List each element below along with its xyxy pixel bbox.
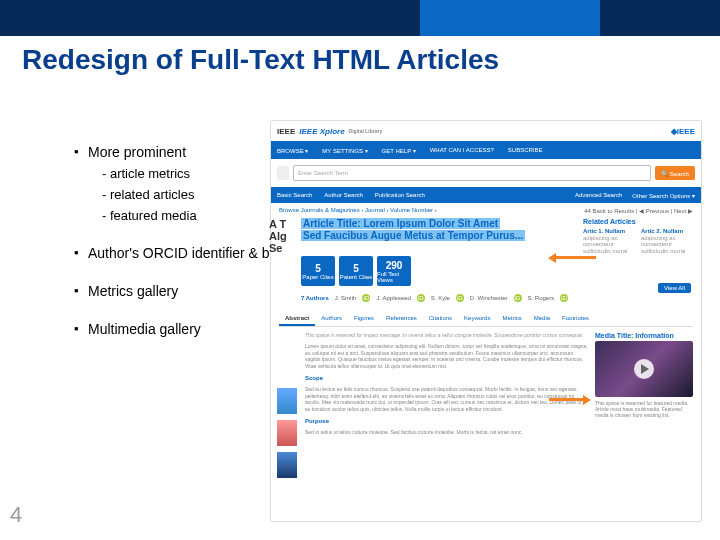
nav-access[interactable]: WHAT CAN I ACCESS? bbox=[430, 147, 494, 153]
ss-main-nav: BROWSE ▾ MY SETTINGS ▾ GET HELP ▾ WHAT C… bbox=[271, 141, 701, 159]
media-caption: This space is reserved for featured medi… bbox=[595, 400, 693, 418]
body-para: Lorem ipsum dolor sit amet, consectetur … bbox=[305, 343, 589, 370]
view-all-button[interactable]: View All bbox=[658, 283, 691, 293]
search-input[interactable]: Enter Search Term bbox=[293, 165, 651, 181]
bullet-metrics-gallery: Metrics gallery bbox=[74, 283, 294, 299]
result-nav[interactable]: 44 Back to Results | ◀ Previous | Next ▶ bbox=[584, 207, 693, 214]
callout-arrow-title bbox=[556, 256, 596, 259]
ss-header: IEEE IEEE Xplore Digital Library ◆IEEE bbox=[271, 121, 701, 141]
truncated-title: A T Alg Se bbox=[269, 218, 287, 254]
authors-row: 7 Authors J. SmithiD J. AppleseediD S. K… bbox=[301, 294, 693, 302]
nav-subscribe[interactable]: SUBSCRIBE bbox=[508, 147, 543, 153]
bullet-list: More prominent - article metrics - relat… bbox=[34, 144, 294, 343]
ss-search-row: Enter Search Term 🔍 Search bbox=[271, 159, 701, 187]
bullet-more-prominent: More prominent bbox=[74, 144, 294, 160]
tab-keywords[interactable]: Keywords bbox=[458, 312, 496, 326]
orcid-icon[interactable]: iD bbox=[362, 294, 370, 302]
figure-thumb[interactable] bbox=[277, 388, 297, 414]
metric-paper-cites[interactable]: 5Paper Cites bbox=[301, 256, 335, 286]
embedded-screenshot: IEEE IEEE Xplore Digital Library ◆IEEE B… bbox=[270, 120, 702, 522]
orcid-icon[interactable]: iD bbox=[514, 294, 522, 302]
article-body: This space is reserved for impact messag… bbox=[279, 332, 693, 440]
callout-arrow-media bbox=[549, 398, 583, 401]
bullet-article-metrics: - article metrics bbox=[88, 166, 294, 181]
search-scope-dropdown[interactable] bbox=[277, 166, 289, 180]
nav-mysettings[interactable]: MY SETTINGS ▾ bbox=[322, 147, 367, 154]
metric-fulltext-views[interactable]: 290Full Text Views bbox=[377, 256, 411, 286]
play-icon bbox=[634, 359, 654, 379]
figure-thumbnail-strip bbox=[277, 388, 297, 478]
ss-sub-nav: Basic Search Author Search Publication S… bbox=[271, 187, 701, 203]
tab-citations[interactable]: Citations bbox=[423, 312, 458, 326]
bullet-orcid: Author's ORCID identifier & bio bbox=[74, 245, 294, 261]
metric-patent-cites[interactable]: 5Patent Cites bbox=[339, 256, 373, 286]
related-item[interactable]: Artic 1. Nullamadipiscing ac consectetur… bbox=[583, 228, 635, 254]
ss-body: A T Alg Se Article Title: Lorem Ipsum Do… bbox=[271, 218, 701, 440]
bullet-multimedia-gallery: Multimedia gallery bbox=[74, 321, 294, 337]
tab-abstract[interactable]: Abstract bbox=[279, 312, 315, 326]
ieee-brand: ◆IEEE bbox=[671, 127, 695, 136]
tab-footnotes[interactable]: Footnotes bbox=[556, 312, 595, 326]
body-para: Sed in tellus ut tellus cobore molesbe. … bbox=[305, 429, 589, 436]
tab-authors[interactable]: Authors bbox=[315, 312, 348, 326]
slide-title: Redesign of Full-Text HTML Articles bbox=[22, 44, 698, 76]
subnav-other[interactable]: Other Search Options ▾ bbox=[632, 192, 695, 199]
tab-references[interactable]: References bbox=[380, 312, 423, 326]
breadcrumb: Browse Journals & Magazines › Journal › … bbox=[271, 203, 701, 218]
subnav-advanced[interactable]: Advanced Search bbox=[575, 192, 622, 199]
tab-media[interactable]: Media bbox=[528, 312, 556, 326]
related-articles: Related Articles Artic 1. Nullamadipisci… bbox=[583, 218, 693, 254]
orcid-icon[interactable]: iD bbox=[417, 294, 425, 302]
related-item[interactable]: Artic 2. Nullamadipiscing ac consectetur… bbox=[641, 228, 693, 254]
subnav-publication[interactable]: Publication Search bbox=[375, 192, 425, 198]
featured-media: Media Title: Information This space is r… bbox=[595, 332, 693, 440]
orcid-icon[interactable]: iD bbox=[456, 294, 464, 302]
figure-thumb[interactable] bbox=[277, 420, 297, 446]
header-band bbox=[0, 0, 720, 36]
metrics-row: 5Paper Cites 5Patent Cites 290Full Text … bbox=[301, 256, 693, 286]
media-thumbnail[interactable] bbox=[595, 341, 693, 397]
bullet-related-articles: - related articles bbox=[88, 187, 294, 202]
tab-figures[interactable]: Figures bbox=[348, 312, 380, 326]
section-scope: Scope bbox=[305, 375, 323, 381]
page-number: 4 bbox=[10, 502, 22, 528]
body-para: Sed eu lectus eu felis cursus rhoncus. S… bbox=[305, 386, 589, 413]
impact-notice: This space is reserved for impact messag… bbox=[305, 332, 583, 338]
figure-thumb[interactable] bbox=[277, 452, 297, 478]
search-button[interactable]: 🔍 Search bbox=[655, 166, 695, 180]
article-title: Article Title: Lorem Ipsum Dolor Sit Ame… bbox=[301, 218, 581, 242]
tab-metrics[interactable]: Metrics bbox=[496, 312, 527, 326]
nav-browse[interactable]: BROWSE ▾ bbox=[277, 147, 308, 154]
nav-gethelp[interactable]: GET HELP ▾ bbox=[382, 147, 416, 154]
article-tabs: Abstract Authors Figures References Cita… bbox=[279, 312, 693, 327]
subnav-author[interactable]: Author Search bbox=[324, 192, 362, 198]
bullet-featured-media: - featured media bbox=[88, 208, 294, 223]
slide: Redesign of Full-Text HTML Articles More… bbox=[0, 0, 720, 540]
orcid-icon[interactable]: iD bbox=[560, 294, 568, 302]
section-purpose: Purpose bbox=[305, 418, 329, 424]
xplore-logo: IEEE Xplore bbox=[299, 127, 344, 136]
header-accent bbox=[420, 0, 600, 36]
subnav-basic[interactable]: Basic Search bbox=[277, 192, 312, 198]
